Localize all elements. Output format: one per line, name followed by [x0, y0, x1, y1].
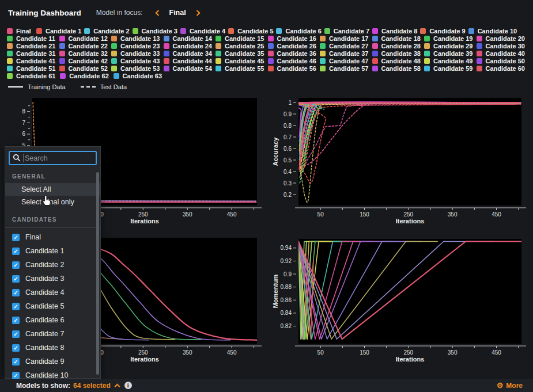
- legend-swatch: [424, 43, 430, 49]
- legend-swatch: [164, 66, 169, 71]
- candidate-checkbox-row[interactable]: ✓Candidate 3: [5, 272, 100, 286]
- svg-text:8: 8: [22, 108, 25, 115]
- legend-label: Candidate 48: [381, 58, 421, 64]
- candidate-checkbox-row[interactable]: ✓Candidate 2: [5, 258, 100, 272]
- checkbox-checked-icon[interactable]: ✓: [12, 275, 20, 283]
- legend-entry-candidate-55: Candidate 55: [216, 64, 268, 72]
- legend-swatch: [7, 43, 13, 49]
- checkbox-checked-icon[interactable]: ✓: [12, 317, 20, 324]
- legend-label: Candidate 53: [120, 65, 160, 72]
- candidate-checkbox-row[interactable]: ✓Final: [5, 230, 100, 244]
- legend-row: Candidate 61Candidate 62Candidate 63: [7, 72, 528, 79]
- checkbox-checked-icon[interactable]: ✓: [12, 289, 20, 296]
- checkbox-checked-icon[interactable]: ✓: [12, 372, 20, 379]
- search-input[interactable]: [9, 151, 97, 165]
- svg-text:0.84: 0.84: [281, 310, 292, 316]
- checkbox-checked-icon[interactable]: ✓: [12, 234, 20, 241]
- legend-label: Candidate 62: [69, 73, 108, 79]
- legend-entry-candidate-45: Candidate 45: [216, 57, 268, 64]
- legend-entry-candidate-14: Candidate 14: [164, 35, 216, 42]
- legend-entry-candidate-49: Candidate 49: [424, 57, 477, 64]
- training-data-legend: Training Data: [8, 83, 66, 90]
- x-axis-label: Iterations: [396, 218, 425, 224]
- legend-label: Candidate 45: [225, 58, 264, 64]
- info-icon[interactable]: i: [124, 382, 132, 389]
- svg-text:0.3: 0.3: [283, 180, 292, 187]
- legend-label: Candidate 32: [69, 50, 108, 57]
- checkbox-checked-icon[interactable]: ✓: [12, 358, 20, 366]
- prev-model-chevron-icon[interactable]: [153, 9, 161, 17]
- svg-text:7: 7: [22, 120, 25, 126]
- legend-label: Candidate 54: [173, 65, 212, 72]
- legend-label: Candidate 61: [16, 73, 55, 79]
- svg-text:150: 150: [360, 349, 369, 356]
- legend-row: Candidate 21Candidate 22Candidate 23Cand…: [7, 42, 528, 50]
- candidate-checkbox-row[interactable]: ✓Candidate 1: [5, 244, 100, 258]
- svg-text:0.86: 0.86: [281, 297, 292, 303]
- legend-entry-candidate-37: Candidate 37: [320, 50, 372, 57]
- legend-swatch: [268, 36, 274, 41]
- legend-swatch: [216, 51, 221, 56]
- checkbox-label: Candidate 10: [25, 371, 68, 379]
- legend-swatch: [111, 58, 117, 64]
- svg-text:0.2: 0.2: [283, 192, 292, 198]
- candidate-checkbox-row[interactable]: ✓Candidate 9: [5, 355, 100, 368]
- select-final-only-option[interactable]: Select Final only: [5, 196, 100, 208]
- legend-label: Candidate 22: [69, 43, 108, 50]
- svg-text:0.92: 0.92: [281, 258, 292, 264]
- legend-swatch: [372, 36, 378, 41]
- legend-swatch: [320, 43, 326, 49]
- checkbox-checked-icon[interactable]: ✓: [12, 330, 20, 338]
- selected-count-toggle[interactable]: 64 selected: [73, 382, 120, 390]
- candidate-checkbox-row[interactable]: ✓Candidate 7: [5, 327, 100, 341]
- training-dashboard-app: Training Dashboard Model in focus: Final…: [0, 0, 533, 392]
- checkbox-checked-icon[interactable]: ✓: [12, 303, 20, 310]
- legend-label: Final: [16, 28, 31, 35]
- legend-label: Candidate 40: [486, 50, 525, 57]
- candidate-checkbox-row[interactable]: ✓Candidate 4: [5, 286, 100, 299]
- checkbox-checked-icon[interactable]: ✓: [12, 261, 20, 269]
- candidates-checkbox-list: ✓Final✓Candidate 1✓Candidate 2✓Candidate…: [5, 230, 100, 382]
- legend-entry-candidate-19: Candidate 19: [424, 35, 477, 42]
- legend-entry-candidate-62: Candidate 62: [60, 72, 113, 79]
- legend-label: Candidate 24: [173, 43, 212, 50]
- candidate-checkbox-row[interactable]: ✓Candidate 5: [5, 299, 100, 313]
- legend-swatch: [477, 36, 482, 41]
- svg-text:250: 250: [138, 349, 148, 356]
- legend-swatch: [7, 66, 13, 71]
- select-all-option[interactable]: Select All: [5, 183, 100, 196]
- legend-swatch: [60, 73, 66, 79]
- dropdown-scrollbar-thumb[interactable]: [96, 172, 99, 375]
- legend-swatch: [320, 36, 326, 41]
- next-model-chevron-icon[interactable]: [194, 9, 202, 17]
- checkbox-label: Candidate 5: [25, 302, 64, 310]
- legend-label: Candidate 11: [16, 35, 55, 42]
- legend-label: Candidate 19: [433, 35, 472, 42]
- svg-text:0.9: 0.9: [283, 111, 292, 117]
- legend-row: Candidate 41Candidate 42Candidate 43Cand…: [7, 57, 528, 64]
- legend-label: Candidate 60: [486, 65, 525, 72]
- legend-entry-candidate-27: Candidate 27: [320, 42, 372, 50]
- legend-entry-candidate-23: Candidate 23: [111, 42, 164, 50]
- legend-label: Candidate 15: [225, 35, 264, 42]
- legend-entry-candidate-18: Candidate 18: [372, 35, 425, 42]
- accuracy-chart: 5015025035045010.90.80.70.60.50.40.30.2I…: [266, 95, 533, 233]
- legend-label: Candidate 14: [173, 35, 212, 42]
- selected-count-text: 64 selected: [73, 382, 111, 390]
- candidate-checkbox-row[interactable]: ✓Candidate 8: [5, 341, 100, 355]
- legend-swatch: [59, 66, 65, 71]
- legend-swatch: [7, 51, 13, 56]
- checkbox-label: Candidate 8: [25, 344, 64, 352]
- checkbox-checked-icon[interactable]: ✓: [12, 248, 20, 255]
- checkbox-label: Candidate 3: [25, 275, 64, 283]
- candidate-checkbox-row[interactable]: ✓Candidate 6: [5, 313, 100, 327]
- test-data-label: Test Data: [100, 83, 127, 90]
- svg-text:0.88: 0.88: [281, 284, 292, 290]
- more-button[interactable]: ⚙ More: [497, 382, 523, 390]
- checkbox-checked-icon[interactable]: ✓: [12, 344, 20, 352]
- legend-swatch: [111, 36, 117, 41]
- models-to-show-label: Models to show:: [16, 382, 70, 390]
- legend-label: Candidate 30: [486, 43, 525, 50]
- legend-entry-candidate-9: Candidate 9: [420, 27, 468, 35]
- legend-entry-candidate-31: Candidate 31: [7, 50, 59, 57]
